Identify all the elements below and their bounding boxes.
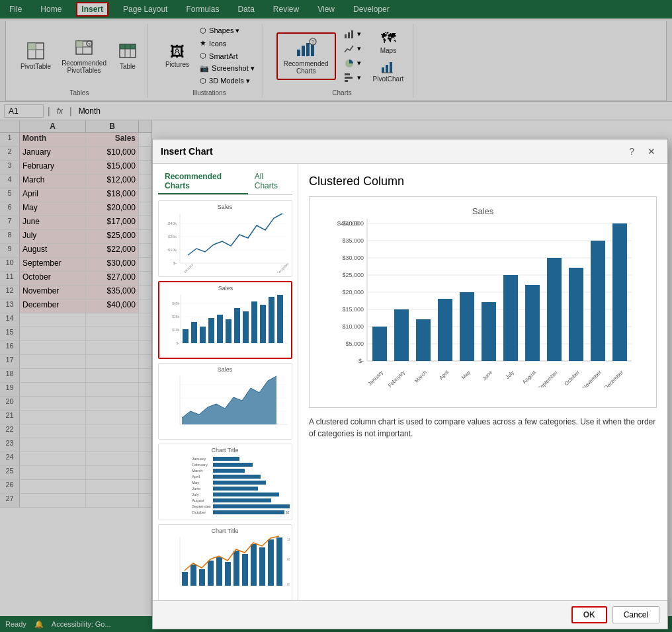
- svg-rect-84: [213, 481, 266, 485]
- dialog-close-button[interactable]: ✕: [644, 145, 659, 158]
- chart-thumb-line[interactable]: Sales $- $10k $25k $40k: [158, 200, 292, 277]
- chart-thumb-hbar[interactable]: Chart Title January $10,000 February $15…: [158, 444, 292, 520]
- mini-chart-column-title: Sales: [161, 285, 290, 292]
- svg-rect-59: [234, 308, 240, 343]
- svg-text:$30,000: $30,000: [287, 504, 290, 508]
- svg-rect-151: [612, 223, 627, 361]
- ok-button[interactable]: OK: [571, 606, 607, 623]
- chart-thumb-combo[interactable]: Chart Title: [158, 524, 292, 600]
- dialog-footer: OK Cancel: [153, 600, 667, 629]
- svg-text:$-: $-: [173, 261, 177, 265]
- mini-chart-hbar-title: Chart Title: [160, 447, 290, 454]
- svg-text:September: September: [192, 504, 211, 508]
- svg-text:$10,000: $10,000: [342, 323, 364, 330]
- svg-text:$40k: $40k: [168, 221, 177, 225]
- hbar-chart-svg: January $10,000 February $15,000 March $…: [160, 454, 290, 518]
- svg-rect-58: [226, 319, 231, 343]
- svg-text:March: March: [192, 469, 203, 473]
- svg-rect-61: [251, 301, 257, 343]
- line-chart-svg: $- $10k $25k $40k January December: [160, 210, 290, 273]
- dialog-body: Recommended Charts All Charts Sales $-: [153, 164, 667, 600]
- svg-text:May: May: [460, 370, 472, 381]
- svg-rect-150: [591, 241, 605, 361]
- chart-detail-title: Clustered Column: [309, 175, 657, 188]
- svg-text:December: December: [603, 369, 625, 387]
- svg-rect-87: [213, 487, 258, 491]
- svg-rect-75: [213, 463, 253, 467]
- chart-thumb-area[interactable]: Sales: [158, 363, 292, 440]
- svg-rect-62: [260, 305, 266, 343]
- svg-text:January: January: [183, 262, 194, 273]
- svg-text:January: January: [192, 457, 206, 461]
- mini-chart-line: Sales $- $10k $25k $40k: [160, 202, 290, 275]
- svg-text:$25k: $25k: [168, 235, 177, 239]
- dialog-help-button[interactable]: ?: [625, 145, 638, 158]
- dialog-title: Insert Chart: [161, 146, 213, 157]
- svg-text:$12,000: $12,000: [245, 469, 260, 473]
- mini-chart-hbar: Chart Title January $10,000 February $15…: [160, 446, 290, 518]
- svg-rect-144: [460, 292, 474, 361]
- svg-text:June: June: [192, 487, 201, 491]
- svg-text:Sales: Sales: [472, 206, 494, 216]
- chart-detail-panel: Clustered Column Sales $- $5,000 $10: [298, 164, 667, 600]
- svg-rect-141: [394, 309, 409, 361]
- svg-text:August: August: [192, 498, 204, 502]
- svg-rect-149: [569, 268, 583, 361]
- svg-text:$10k: $10k: [172, 328, 179, 332]
- svg-rect-111: [251, 544, 257, 586]
- chart-thumb-column[interactable]: Sales $- $10k $25k $40k: [158, 281, 292, 359]
- svg-text:March: March: [413, 370, 428, 384]
- chart-list-panel: Recommended Charts All Charts Sales $-: [153, 164, 298, 600]
- svg-text:November: November: [581, 369, 603, 387]
- svg-rect-54: [191, 322, 197, 343]
- svg-rect-106: [208, 561, 214, 586]
- svg-text:April: April: [192, 475, 200, 479]
- svg-text:$45,000: $45,000: [337, 220, 359, 227]
- svg-text:January: January: [367, 370, 384, 387]
- svg-rect-93: [213, 498, 271, 502]
- svg-text:July: July: [505, 370, 515, 380]
- svg-text:$15,000: $15,000: [253, 463, 268, 467]
- svg-text:October: October: [192, 510, 206, 514]
- svg-text:$-: $-: [358, 358, 364, 364]
- tab-all-charts[interactable]: All Charts: [248, 169, 292, 194]
- mini-chart-line-title: Sales: [160, 204, 290, 210]
- svg-text:$20,000: $20,000: [342, 289, 364, 296]
- svg-text:$5,000: $5,000: [345, 340, 364, 347]
- svg-text:February: February: [387, 370, 406, 387]
- mini-chart-combo: Chart Title: [160, 526, 290, 599]
- svg-text:$25,000: $25,000: [280, 493, 290, 496]
- svg-text:100%: 100%: [287, 537, 290, 541]
- svg-text:$40k: $40k: [172, 301, 179, 305]
- svg-rect-108: [225, 562, 231, 586]
- dialog-header: Insert Chart ? ✕: [153, 139, 667, 164]
- svg-text:$27,000: $27,000: [286, 510, 290, 514]
- column-chart-thumb-svg: $- $10k $25k $40k: [161, 292, 290, 354]
- svg-text:April: April: [438, 370, 450, 381]
- svg-text:May: May: [192, 481, 199, 485]
- svg-text:February: February: [192, 463, 208, 467]
- svg-text:$20,000: $20,000: [267, 481, 281, 485]
- svg-text:October: October: [564, 369, 581, 387]
- svg-rect-146: [503, 275, 518, 361]
- svg-text:June: June: [481, 369, 493, 381]
- mini-chart-area-title: Sales: [160, 366, 290, 373]
- combo-chart-svg: 100% 60% 0%: [160, 534, 290, 597]
- svg-text:$18,000: $18,000: [261, 475, 276, 479]
- chart-tabs: Recommended Charts All Charts: [158, 169, 292, 195]
- cancel-button[interactable]: Cancel: [612, 606, 659, 623]
- svg-rect-148: [547, 258, 562, 361]
- svg-text:$22,000: $22,000: [272, 498, 286, 502]
- tab-recommended-charts[interactable]: Recommended Charts: [158, 169, 248, 194]
- svg-text:$10k: $10k: [168, 248, 177, 252]
- svg-text:August: August: [521, 369, 538, 385]
- svg-text:0%: 0%: [287, 582, 290, 586]
- svg-rect-109: [233, 551, 239, 586]
- svg-rect-64: [277, 295, 283, 343]
- svg-rect-113: [268, 539, 274, 586]
- svg-text:$25,000: $25,000: [342, 272, 364, 278]
- dialog-controls: ? ✕: [625, 145, 659, 158]
- svg-rect-99: [213, 510, 284, 514]
- svg-rect-143: [438, 299, 452, 361]
- svg-rect-114: [276, 537, 282, 586]
